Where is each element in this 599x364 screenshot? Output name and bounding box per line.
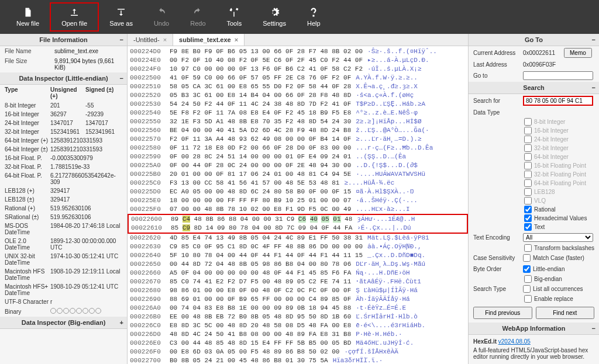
hex-bytes[interactable]: 85 C0 74 41 E2 F2 D7 F5 00 48 89 05 C2 F… [170,278,351,286]
hex-bytes[interactable]: EE 00 48 8B EB 72 B0 8B 05 48 8D 95 50 8… [170,313,351,321]
text-encoding-select[interactable]: All [523,233,593,242]
hex-bytes[interactable]: 5F 10 80 78 04 00 44 0F 44 F1 44 0F 44 F… [170,251,363,260]
hex-ascii[interactable]: 2≥.≥]¡HïÅp...Hİ$Ø [351,117,421,126]
binary-bits[interactable] [50,308,102,315]
hex-row[interactable]: 000225D0EC A0 05 00 00 48 8D 6C 24 80 58… [128,188,468,196]
hex-bytes[interactable]: 89 C4 48 8B 86 88 04 00 00 31 C9 C6 40 0… [171,215,352,224]
le-check[interactable] [523,265,531,273]
hex-bytes[interactable]: 32 1E F3 5D A1 48 8B E8 70 35 F2 48 8D 5… [170,117,351,126]
hex-bytes[interactable]: 20 01 00 00 0F 81 17 06 24 01 00 48 81 C… [170,170,351,179]
hex-bytes[interactable]: 54 24 50 F2 44 0F 11 4C 24 38 48 8D 7D F… [170,100,351,109]
dt-check[interactable] [524,153,532,161]
collapse-icon[interactable]: − [592,84,595,91]
hex-ascii[interactable]: ›É·.Çx...|..Dú [352,224,411,233]
hex-bytes[interactable]: C9 85 C0 0F 95 C1 8D 0C 4F FF 48 8B 86 D… [170,242,363,251]
hex-ascii[interactable]: ¤ã·À.Hl$ŞXÀ..·Ŋ [351,188,414,196]
dt-check[interactable] [524,206,532,213]
dt-check[interactable] [524,162,532,169]
hex-row[interactable]: 00022660A5 0F 04 00 00 00 00 00 48 0F 44… [128,269,468,278]
hex-bytes[interactable]: 07 00 00 48 8B 78 10 02 00 E8 F1 9D F5 0… [170,205,351,214]
settings-button[interactable]: Settings [252,4,297,30]
hex-ascii[interactable]: ·çợfÍ.šİÅHxêÀÄ [339,348,398,356]
goto-input[interactable] [523,71,593,80]
hex-row[interactable]: 000224F010 97 C0 00 00 00 0F 13 F6 0F B6… [128,65,468,74]
hex-row[interactable]: 000226F000 E8 6D 03 0A 05 00 F5 48 89 86… [128,348,468,356]
hex-row[interactable]: 000224D0F9 8E B0 F9 0F B6 05 13 00 66 0F… [128,47,468,56]
hex-ascii[interactable]: ·ś<a.ç«À.f.(øHç [351,91,414,100]
hex-row[interactable]: 000224E000 F2 0F 10 40 08 F2 0F 5E C6 0F… [128,56,468,65]
hex-ascii[interactable]: ≥...Ľr·äH¸…=D.).≥ [351,135,421,144]
hex-ascii[interactable]: ē·é<\....é3rHiáHb. [351,321,425,330]
hex-ascii[interactable]: Mä4őHĽ.uJHÿİ·ć. [351,339,414,348]
undo-button[interactable]: Undo [143,4,180,30]
hex-row[interactable]: 0002265000 44 8D 72 04 48 8B 05 98 86 B8… [128,260,468,269]
hex-bytes[interactable]: 48 8D 4C 24 50 41 B8 08 00 00 48 89 FA E… [170,330,351,339]
hex-ascii[interactable]: ·Ŝ≥·.ŝ..f.(¤Hïÿˆ.. [363,47,437,56]
hex-row[interactable]: 000225E018 00 00 00 00 FF FF FF 80 B9 10… [128,196,468,205]
webapp-version[interactable]: v2024.08.05 [498,338,531,345]
hex-row[interactable]: 0002261085 C9 8D 14 09 80 78 04 00 8D 7C… [129,224,467,233]
hex-row[interactable]: 000226E0C3 00 44 48 85 48 8D 15 E4 FF FF… [128,339,468,348]
hex-row[interactable]: 00022630C9 85 C0 0F 95 C1 8D 0C 4F FF 48… [128,242,468,251]
dt-check[interactable] [524,144,532,152]
dt-check[interactable] [524,118,532,126]
hex-row[interactable]: 0002251058 05 CA 3C 61 00 E8 65 55 D0 F2… [128,82,468,91]
hex-bytes[interactable]: 5E F8 F2 0F 11 7A 08 E8 E4 0F F2 45 18 B… [170,109,351,117]
hex-row[interactable]: 0002250041 0F 59 C0 00 66 0F 57 05 FF 2E… [128,74,468,82]
dt-check[interactable] [524,188,532,196]
collapse-icon[interactable]: − [592,36,595,43]
hex-row[interactable]: 0002252005 B3 3C 61 00 E8 14 B4 04 00 66… [128,91,468,100]
hex-ascii[interactable]: DĽr·äH¸λ…Dş.Wş·Mãú [351,260,425,269]
hex-ascii[interactable]: _.Çx..D.DñD■Dq. [363,251,425,260]
hex-ascii[interactable]: ·úÏ..ś.μLÀ.X¡≥ [363,65,421,74]
transform-backslashes-check[interactable] [524,244,532,252]
hex-ascii[interactable]: ·á..ŠHéÿ·.Ç(·... [351,196,418,205]
hex-ascii[interactable]: ^°≥..z.è…E.NêŠ·φ [351,109,418,117]
hex-ascii[interactable]: ·t·ÉèŸz…É=É.E [351,304,406,313]
hex-row[interactable]: 000226B0EE 00 48 8B EB 72 B0 8B 05 48 8D… [128,313,468,321]
hex-ascii[interactable]: ȧà.•Áç.OÿHƝĐ., [363,242,421,251]
hex-bytes[interactable]: 00 F2 0F 10 40 08 F2 0F 5E C6 0F 2F 45 C… [170,56,363,65]
hex-row[interactable]: 000225A00F 00 44 0F 28 0C 24 00 00 00 0F… [128,161,468,170]
hex-ascii[interactable]: ż..ĽŞ..@A°Ò…...Ğa(· [351,126,429,135]
hex-bytes[interactable]: 00 E8 6D 03 0A 05 00 F5 48 89 86 B8 50 0… [170,348,339,356]
hex-bytes[interactable]: F2 0F 11 3A A4 48 93 62 49 08 00 00 0F B… [170,135,351,144]
dt-check[interactable] [524,197,532,204]
hex-row[interactable]: 000226C0E8 8D 3C 5C 00 48 8D 20 48 58 08… [128,321,468,330]
hex-ascii[interactable]: Ľ.ŚrHÏảrHİ·Hlb.ò [351,313,418,321]
dt-check[interactable] [524,214,532,222]
hex-row[interactable]: 0002268098 86 01 00 00 E8 0F 00 48 0F C2… [128,286,468,295]
hex-bytes[interactable]: 0F 00 44 0F 28 0C 24 00 00 00 0F 2E 48 9… [170,161,351,170]
help-button[interactable]: Help [297,4,331,30]
list-all-check[interactable] [523,285,531,293]
hex-row[interactable]: 00022700B0 8B 05 24 21 00 45 48 86 B8 01… [128,356,468,364]
hex-ascii[interactable]: A.YÀ.f.W·ÿ.≥.≥.. [351,74,418,82]
memo-button[interactable]: Memo [564,48,592,58]
hex-ascii[interactable]: Ńą·...H.DñE›öH [351,269,409,278]
hex-ascii[interactable]: T$P≥D..ĽŞȨ..Háb.≥A [351,100,425,109]
hex-ascii[interactable]: ▸≥...á‑À.μLçD.Đ. [363,56,429,65]
hex-ascii[interactable]: ･ãtAâÉÿ·.FHë.Ċùt1 [351,278,421,286]
hex-bytes[interactable]: 4D 85 E4 74 13 49 8B 05 04 24 4C 89 E1 F… [170,234,363,242]
tools-button[interactable]: Tools [216,4,253,30]
hex-row[interactable]: 0002260089 C4 48 8B 86 88 04 00 00 31 C9… [129,215,467,224]
hex-bytes[interactable]: C3 00 44 48 85 48 8D 15 E4 FF FF 5B B5 0… [170,339,351,348]
find-prev-button[interactable]: Find previous [473,307,532,319]
hex-row[interactable]: 000225F007 00 00 48 8B 78 10 02 00 E8 F1… [128,205,468,214]
hex-ascii[interactable]: ≥....HüÅ·¾.ëc [339,179,394,188]
hex-row[interactable]: 000225800F 11 72 18 E8 0D F2 00 66 0F 28… [128,144,468,152]
dt-check[interactable] [524,179,532,187]
dt-check[interactable] [524,136,532,143]
close-icon[interactable]: × [163,36,167,43]
hex-row[interactable]: 0002253054 24 50 F2 44 0F 11 4C 24 38 48… [128,100,468,109]
hex-row[interactable]: 00022570F2 0F 11 3A A4 48 93 62 49 08 00… [128,135,468,144]
tab[interactable]: -Untitled-× [128,34,173,46]
tab[interactable]: sublime_text.exe× [173,34,245,46]
hex-bytes[interactable]: 0F 00 28 8C 24 51 14 00 00 00 01 0F E4 0… [170,152,351,161]
hex-row[interactable]: 000225405E F8 F2 0F 11 7A 08 E8 E4 0F F2… [128,109,468,117]
hex-ascii[interactable]: ..(ŞŞ..D.…(Êa [351,152,406,161]
hex-bytes[interactable]: 0F 11 72 18 E8 0D F2 00 66 0F 28 D0 0F 8… [170,144,351,152]
hex-bytes[interactable]: EC A0 05 00 00 48 8D 6C 24 80 58 B0 0F 0… [170,188,351,196]
close-icon[interactable]: × [235,36,238,43]
hex-row[interactable]: 000225B020 01 00 00 0F 81 17 06 24 01 00… [128,170,468,179]
